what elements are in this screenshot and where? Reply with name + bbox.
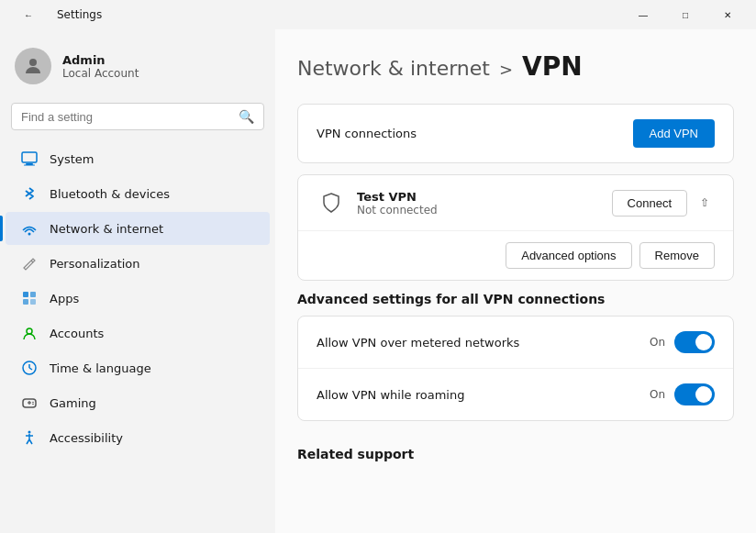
sidebar-item-label-apps: Apps xyxy=(50,292,79,305)
nav-item-wrap-gaming: Gaming xyxy=(0,385,275,420)
svg-point-20 xyxy=(32,404,34,405)
user-info: Admin Local Account xyxy=(62,53,139,80)
sidebar-item-network[interactable]: Network & internet xyxy=(6,212,270,245)
related-support-title: Related support xyxy=(297,432,734,469)
accounts-icon xyxy=(20,324,39,342)
vpn-item-actions: Advanced options Remove xyxy=(298,231,733,280)
advanced-settings-title: Advanced settings for all VPN connection… xyxy=(297,292,734,306)
vpn-item-card: Test VPN Not connected Connect ⇧ Advance… xyxy=(297,174,734,281)
avatar xyxy=(15,48,51,84)
svg-line-24 xyxy=(27,439,29,444)
nav-item-wrap-apps: Apps xyxy=(0,281,275,316)
svg-point-19 xyxy=(32,402,34,404)
page-header: Network & internet > VPN xyxy=(297,51,734,82)
breadcrumb-current: VPN xyxy=(522,51,583,82)
svg-line-25 xyxy=(29,439,32,444)
sidebar: Admin Local Account 🔍 System xyxy=(0,29,275,533)
svg-rect-3 xyxy=(24,165,35,166)
sidebar-item-gaming[interactable]: Gaming xyxy=(6,386,270,419)
vpn-status: Not connected xyxy=(357,204,612,217)
vpn-connections-label: VPN connections xyxy=(317,127,633,140)
vpn-expand-button[interactable]: ⇧ xyxy=(695,193,715,213)
titlebar-title: Settings xyxy=(57,8,102,21)
sidebar-item-time[interactable]: Time & language xyxy=(6,351,270,384)
add-vpn-button[interactable]: Add VPN xyxy=(633,119,715,148)
sidebar-item-personalization[interactable]: Personalization xyxy=(6,247,270,280)
back-button[interactable]: ← xyxy=(7,0,50,29)
toggle-1[interactable] xyxy=(674,383,715,405)
nav-item-wrap-personalization: Personalization xyxy=(0,246,275,281)
sidebar-item-label-bluetooth: Bluetooth & devices xyxy=(50,187,170,201)
sidebar-item-accounts[interactable]: Accounts xyxy=(6,316,270,350)
svg-rect-10 xyxy=(23,299,28,305)
sidebar-item-label-accessibility: Accessibility xyxy=(50,431,123,445)
sidebar-item-apps[interactable]: Apps xyxy=(6,282,270,315)
vpn-connections-card: VPN connections Add VPN xyxy=(297,104,734,163)
svg-line-7 xyxy=(31,261,33,262)
connect-button[interactable]: Connect xyxy=(612,190,687,217)
apps-icon xyxy=(20,289,39,307)
titlebar-left: ← Settings xyxy=(7,0,622,29)
advanced-options-button[interactable]: Advanced options xyxy=(506,242,631,269)
svg-point-6 xyxy=(28,233,31,236)
main-content: Network & internet > VPN VPN connections… xyxy=(275,29,756,533)
nav-item-wrap-network: Network & internet xyxy=(0,211,275,246)
svg-rect-11 xyxy=(30,299,36,305)
svg-line-15 xyxy=(29,368,32,370)
toggle-row-0: Allow VPN over metered networks On xyxy=(298,316,733,369)
titlebar: ← Settings — □ ✕ xyxy=(0,0,756,29)
vpn-item-header: Test VPN Not connected Connect ⇧ xyxy=(298,175,733,231)
sidebar-item-system[interactable]: System xyxy=(6,142,270,175)
minimize-button[interactable]: — xyxy=(622,0,664,29)
user-account: Local Account xyxy=(62,67,139,80)
toggle-row-1: Allow VPN while roaming On xyxy=(298,369,733,420)
vpn-name: Test VPN xyxy=(357,190,612,204)
gaming-icon xyxy=(20,394,39,412)
sidebar-item-label-gaming: Gaming xyxy=(50,396,96,410)
svg-rect-1 xyxy=(22,152,37,162)
nav-item-wrap-accessibility: Accessibility xyxy=(0,420,275,455)
toggle-label-1: Allow VPN while roaming xyxy=(317,388,650,402)
nav-item-wrap-bluetooth: Bluetooth & devices xyxy=(0,176,275,211)
nav-item-wrap-time: Time & language xyxy=(0,350,275,385)
search-icon: 🔍 xyxy=(239,109,254,124)
vpn-info: Test VPN Not connected xyxy=(357,190,612,217)
sidebar-item-accessibility[interactable]: Accessibility xyxy=(6,421,270,454)
svg-line-5 xyxy=(26,194,29,196)
advanced-settings-card: Allow VPN over metered networks On Allow… xyxy=(297,316,734,421)
nav-item-wrap-accounts: Accounts xyxy=(0,316,275,350)
breadcrumb-parent: Network & internet xyxy=(297,57,490,80)
close-button[interactable]: ✕ xyxy=(706,0,749,29)
network-icon xyxy=(20,219,39,238)
system-icon xyxy=(20,150,39,168)
time-icon xyxy=(20,359,39,377)
active-indicator xyxy=(0,216,3,241)
sidebar-item-label-time: Time & language xyxy=(50,361,151,375)
titlebar-controls: — □ ✕ xyxy=(622,0,749,29)
svg-point-21 xyxy=(28,431,31,434)
toggle-status-1: On xyxy=(650,388,665,401)
svg-point-0 xyxy=(29,59,37,66)
bluetooth-icon xyxy=(20,184,39,203)
user-section: Admin Local Account xyxy=(0,37,275,99)
toggle-0[interactable] xyxy=(674,331,715,353)
toggle-label-0: Allow VPN over metered networks xyxy=(317,336,650,350)
vpn-shield-icon xyxy=(317,188,346,217)
vpn-connections-row: VPN connections Add VPN xyxy=(298,105,733,162)
search-box[interactable]: 🔍 xyxy=(11,103,264,130)
sidebar-item-label-system: System xyxy=(50,152,94,166)
breadcrumb-sep: > xyxy=(499,60,513,79)
sidebar-item-label-network: Network & internet xyxy=(50,222,163,236)
toggle-status-0: On xyxy=(650,336,665,349)
remove-button[interactable]: Remove xyxy=(639,242,715,269)
svg-rect-9 xyxy=(30,292,36,297)
svg-rect-8 xyxy=(23,292,28,297)
personalization-icon xyxy=(20,254,39,272)
sidebar-item-bluetooth[interactable]: Bluetooth & devices xyxy=(6,177,270,210)
sidebar-item-label-personalization: Personalization xyxy=(50,257,140,271)
accessibility-icon xyxy=(20,428,39,447)
user-name: Admin xyxy=(62,53,139,67)
maximize-button[interactable]: □ xyxy=(664,0,706,29)
search-input[interactable] xyxy=(21,110,231,124)
app-body: Admin Local Account 🔍 System xyxy=(0,29,756,533)
